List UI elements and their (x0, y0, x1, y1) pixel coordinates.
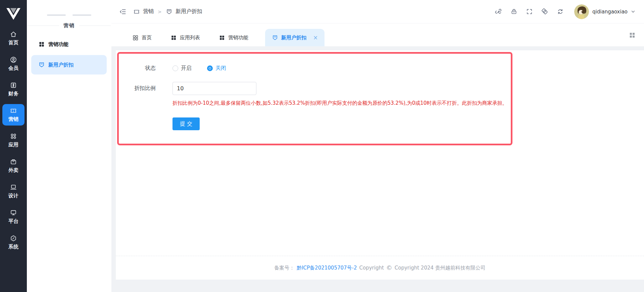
copyright-icon: © (386, 265, 392, 271)
sidebar-item-member[interactable]: 会员 (2, 53, 24, 75)
status-radio-group: 开启 关闭 (172, 65, 226, 72)
form-row-status: 状态 开启 关闭 (119, 65, 511, 72)
member-icon (10, 56, 17, 63)
secondary-sidebar: 营销 营销功能 新用户折扣 (27, 0, 111, 292)
ratio-label: 折扣比例 (119, 85, 156, 92)
grid-overview-icon[interactable] (629, 32, 635, 38)
top-header: 营销 > 新用户折扣 (111, 0, 644, 23)
radio-on[interactable] (172, 65, 178, 71)
page-footer: 备案号： 黔ICP备2021005707号-2 Copyright © Copy… (116, 256, 644, 280)
submit-button[interactable]: 提 交 (172, 117, 200, 130)
radio-off-label[interactable]: 关闭 (215, 65, 226, 72)
username: qidiangaoxiao (592, 9, 628, 15)
sidebar-item-design[interactable]: 设计 (2, 181, 24, 202)
sidebar-section-title: 营销 (63, 22, 75, 29)
sidebar-item-label: 平台 (8, 218, 18, 225)
ratio-help-text: 折扣比例为0-10之间,最多保留两位小数,如5.32表示53.2%折扣(即用户实… (172, 100, 511, 106)
primary-sidebar: 首页 会员 财务 营销 应用 外卖 设计 平台 (0, 0, 27, 292)
menu-item-label: 新用户折扣 (48, 62, 73, 68)
discount-coupon-icon (38, 61, 45, 68)
marketing-ticket-icon (10, 107, 17, 114)
sidebar-item-label: 系统 (8, 244, 18, 250)
takeout-icon (10, 158, 17, 165)
beian-link[interactable]: 黔ICP备2021005707号-2 (297, 265, 357, 271)
content-panel: 状态 开启 关闭 折扣比例 折扣比例为0-10之间,最多保留两位小数,如5.32… (116, 50, 644, 280)
tab-label: 首页 (142, 35, 152, 41)
avatar (574, 4, 589, 19)
lock-icon[interactable] (510, 8, 517, 15)
breadcrumb: 营销 > 新用户折扣 (133, 8, 202, 15)
discount-coupon-icon (272, 35, 278, 41)
brand-v-logo[interactable] (0, 0, 27, 28)
header-actions: qidiangaoxiao (495, 4, 635, 19)
sidebar-item-label: 营销 (8, 116, 18, 123)
tab-home[interactable]: 首页 (130, 29, 154, 46)
sidebar-item-takeout[interactable]: 外卖 (2, 155, 24, 177)
menu-item-new-user-discount[interactable]: 新用户折扣 (31, 55, 107, 75)
close-icon[interactable]: × (313, 35, 318, 41)
home-icon (10, 31, 17, 38)
sidebar-item-finance[interactable]: 财务 (2, 79, 24, 100)
sidebar-item-apps[interactable]: 应用 (2, 130, 24, 151)
main-area: 营销 > 新用户折扣 (111, 0, 644, 292)
tab-new-user-discount[interactable]: 新用户折扣 × (265, 29, 325, 46)
tab-label: 新用户折扣 (281, 35, 306, 41)
tab-label: 应用列表 (180, 35, 200, 41)
apps-icon (10, 133, 17, 140)
status-label: 状态 (119, 65, 156, 72)
form-row-ratio: 折扣比例 (119, 82, 511, 95)
app-root: 首页 会员 财务 营销 应用 外卖 设计 平台 (0, 0, 644, 292)
system-icon (10, 235, 17, 242)
menu-item-label: 营销功能 (48, 41, 68, 48)
sidebar-item-label: 应用 (8, 142, 18, 148)
tab-app-list[interactable]: 应用列表 (168, 29, 202, 46)
tab-label: 营销功能 (228, 35, 248, 41)
platform-icon (10, 209, 17, 216)
tab-bar: 首页 应用列表 营销功能 新用户折扣 × (111, 23, 644, 46)
fullscreen-icon[interactable] (526, 8, 533, 15)
sidebar-item-label: 首页 (8, 40, 18, 46)
breadcrumb-separator: > (158, 9, 162, 14)
radio-off[interactable] (207, 65, 213, 71)
tab-marketing-functions[interactable]: 营销功能 (217, 29, 250, 46)
copyright-text-right: Copyright 2024 贵州越前科技有限公司 (395, 265, 486, 271)
sidebar-item-marketing[interactable]: 营销 (2, 104, 24, 126)
sidebar-item-home[interactable]: 首页 (2, 28, 24, 49)
sidebar-item-label: 财务 (8, 91, 18, 97)
grid-icon (38, 41, 45, 48)
sidebar-item-label: 外卖 (8, 167, 18, 174)
grid-icon (170, 35, 177, 41)
user-menu[interactable]: qidiangaoxiao (574, 4, 635, 19)
breadcrumb-level2: 新用户折扣 (176, 8, 202, 15)
discount-coupon-icon (166, 8, 172, 15)
finance-icon (10, 82, 17, 89)
sidebar-item-label: 会员 (8, 65, 18, 71)
radio-on-label[interactable]: 开启 (181, 65, 192, 72)
sidebar-logo-placeholder (27, 14, 111, 16)
sidebar-section-divider: 营销 (28, 22, 111, 29)
beian-label: 备案号： (274, 265, 294, 271)
sidebar-item-label: 设计 (8, 193, 18, 199)
copyright-text-left: Copyright (359, 265, 384, 271)
discount-ratio-input[interactable] (172, 82, 256, 95)
tags-icon[interactable] (541, 8, 548, 15)
menu-item-marketing-functions[interactable]: 营销功能 (31, 38, 107, 51)
chevron-down-icon (631, 9, 635, 14)
refresh-icon[interactable] (557, 8, 564, 15)
sidebar-item-platform[interactable]: 平台 (2, 206, 24, 228)
design-icon (10, 184, 17, 191)
breadcrumb-level1[interactable]: 营销 (143, 8, 154, 15)
grid-icon (219, 35, 225, 41)
annotation-highlight-box: 状态 开启 关闭 折扣比例 折扣比例为0-10之间,最多保留两位小数,如5.32… (117, 52, 512, 145)
menu-fold-icon[interactable] (119, 8, 127, 15)
sidebar-item-system[interactable]: 系统 (2, 232, 24, 253)
grid-outline-icon (132, 35, 139, 41)
marketing-ticket-icon (133, 8, 140, 15)
link-icon[interactable] (495, 8, 502, 15)
